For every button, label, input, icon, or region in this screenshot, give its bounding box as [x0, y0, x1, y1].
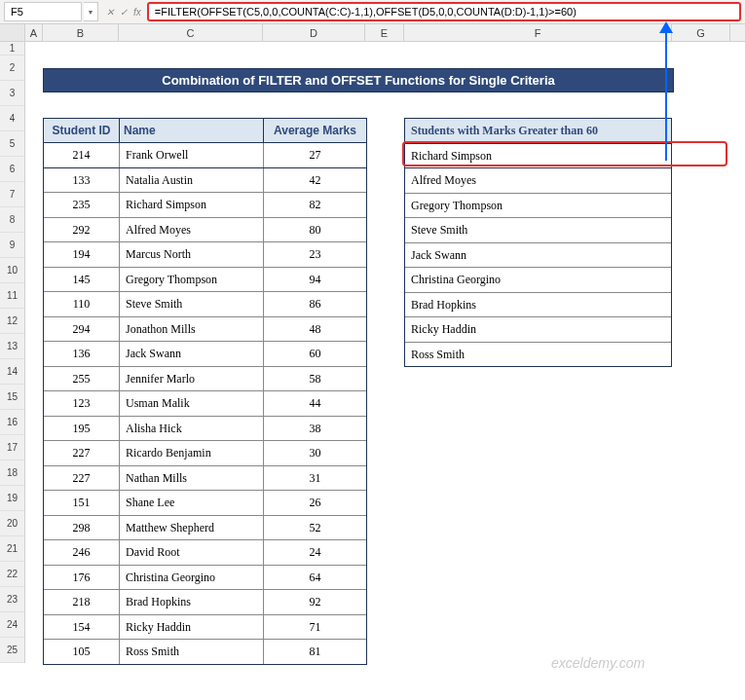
cell-marks[interactable]: 48 — [264, 317, 366, 342]
table-row[interactable]: Richard Simpson — [405, 144, 671, 169]
formula-bar[interactable]: =FILTER(OFFSET(C5,0,0,COUNTA(C:C)-1,1),O… — [147, 2, 741, 21]
cell-name[interactable]: Steve Smith — [120, 292, 264, 316]
cell-id[interactable]: 246 — [44, 540, 120, 565]
cell-id[interactable]: 133 — [44, 168, 120, 193]
cell-id[interactable]: 136 — [44, 342, 120, 366]
cell-id[interactable]: 176 — [44, 566, 120, 590]
cell-marks[interactable]: 42 — [264, 168, 366, 193]
cell-name[interactable]: David Root — [120, 540, 264, 565]
table-row[interactable]: 154Ricky Haddin71 — [44, 615, 366, 641]
row-header[interactable]: 23 — [0, 587, 24, 612]
col-header-c[interactable]: C — [119, 24, 263, 41]
row-header[interactable]: 18 — [0, 461, 24, 486]
table-row[interactable]: 292Alfred Moyes80 — [44, 218, 366, 243]
col-header-e[interactable]: E — [365, 24, 404, 41]
table-row[interactable]: 145Gregory Thompson94 — [44, 268, 366, 293]
cell-id[interactable]: 255 — [44, 367, 120, 391]
cell-id[interactable]: 227 — [44, 466, 120, 491]
table-row[interactable]: Alfred Moyes — [405, 168, 671, 194]
cell-id[interactable]: 154 — [44, 615, 120, 640]
cell-marks[interactable]: 81 — [264, 640, 366, 664]
row-header[interactable]: 6 — [0, 157, 24, 182]
cell-result[interactable]: Ross Smith — [405, 343, 671, 367]
cell-id[interactable]: 292 — [44, 218, 120, 242]
cell-marks[interactable]: 30 — [264, 441, 366, 465]
row-header[interactable]: 14 — [0, 359, 24, 385]
cell-id[interactable]: 123 — [44, 391, 120, 416]
cell-result[interactable]: Ricky Haddin — [405, 317, 671, 342]
cell-result[interactable]: Steve Smith — [405, 218, 671, 242]
table-row[interactable]: 151Shane Lee26 — [44, 491, 366, 516]
cell-result[interactable]: Jack Swann — [405, 243, 671, 268]
cell-marks[interactable]: 27 — [264, 143, 366, 167]
row-header[interactable]: 20 — [0, 511, 24, 536]
cell-name[interactable]: Jennifer Marlo — [120, 367, 264, 391]
table-row[interactable]: 246David Root24 — [44, 540, 366, 566]
table-row[interactable]: Gregory Thompson — [405, 194, 671, 219]
table-row[interactable]: 195Alisha Hick38 — [44, 417, 366, 442]
table-row[interactable]: 227Nathan Mills31 — [44, 466, 366, 492]
cell-id[interactable]: 298 — [44, 516, 120, 540]
row-header[interactable]: 19 — [0, 486, 24, 511]
table-row[interactable]: 227Ricardo Benjamin30 — [44, 441, 366, 466]
cell-id[interactable]: 105 — [44, 640, 120, 664]
table-row[interactable]: Brad Hopkins — [405, 293, 671, 318]
cell-id[interactable]: 195 — [44, 417, 120, 441]
table-row[interactable]: 194Marcus North23 — [44, 242, 366, 268]
cell-marks[interactable]: 44 — [264, 391, 366, 416]
confirm-icon[interactable]: ✓ — [120, 7, 128, 18]
row-header[interactable]: 5 — [0, 131, 24, 157]
cell-marks[interactable]: 80 — [264, 218, 366, 242]
row-header[interactable]: 7 — [0, 182, 24, 207]
name-box[interactable]: F5 — [4, 2, 82, 21]
table-row[interactable]: 294Jonathon Mills48 — [44, 317, 366, 343]
row-header[interactable]: 22 — [0, 562, 24, 587]
cell-marks[interactable]: 26 — [264, 491, 366, 515]
cell-id[interactable]: 151 — [44, 491, 120, 515]
cell-marks[interactable]: 86 — [264, 292, 366, 316]
row-header[interactable]: 17 — [0, 435, 24, 461]
table-row[interactable]: 123Usman Malik44 — [44, 391, 366, 417]
row-header[interactable]: 11 — [0, 283, 24, 309]
table-row[interactable]: Ross Smith — [405, 343, 671, 367]
cell-name[interactable]: Frank Orwell — [120, 143, 264, 167]
cell-name[interactable]: Nathan Mills — [120, 466, 264, 491]
table-row[interactable]: 214Frank Orwell27 — [44, 143, 366, 168]
cell-marks[interactable]: 92 — [264, 590, 366, 614]
table-row[interactable]: 298Matthew Shepherd52 — [44, 516, 366, 541]
cell-id[interactable]: 218 — [44, 590, 120, 614]
cell-marks[interactable]: 64 — [264, 566, 366, 590]
fx-icon[interactable]: fx — [133, 7, 141, 18]
cell-result[interactable]: Gregory Thompson — [405, 194, 671, 218]
table-row[interactable]: 176Christina Georgino64 — [44, 566, 366, 591]
table-row[interactable]: 255Jennifer Marlo58 — [44, 367, 366, 392]
cell-name[interactable]: Usman Malik — [120, 391, 264, 416]
col-header-f[interactable]: F — [404, 24, 672, 41]
cell-name[interactable]: Gregory Thompson — [120, 268, 264, 292]
name-box-dropdown[interactable]: ▼ — [84, 2, 98, 21]
row-header[interactable]: 1 — [0, 42, 24, 55]
cell-result[interactable]: Christina Georgino — [405, 268, 671, 292]
cell-result[interactable]: Alfred Moyes — [405, 168, 671, 193]
table-row[interactable]: 110Steve Smith86 — [44, 292, 366, 317]
row-header[interactable]: 3 — [0, 81, 24, 106]
cell-result[interactable]: Brad Hopkins — [405, 293, 671, 317]
cell-id[interactable]: 110 — [44, 292, 120, 316]
table-row[interactable]: 218Brad Hopkins92 — [44, 590, 366, 615]
row-header[interactable]: 8 — [0, 207, 24, 233]
cell-marks[interactable]: 58 — [264, 367, 366, 391]
table-row[interactable]: Christina Georgino — [405, 268, 671, 293]
cell-name[interactable]: Matthew Shepherd — [120, 516, 264, 540]
cancel-icon[interactable]: ✕ — [106, 7, 114, 18]
table-row[interactable]: 235Richard Simpson82 — [44, 193, 366, 218]
cell-marks[interactable]: 52 — [264, 516, 366, 540]
cell-name[interactable]: Ricardo Benjamin — [120, 441, 264, 465]
row-header[interactable]: 12 — [0, 309, 24, 334]
cell-id[interactable]: 227 — [44, 441, 120, 465]
table-row[interactable]: 133Natalia Austin42 — [44, 168, 366, 194]
cell-marks[interactable]: 94 — [264, 268, 366, 292]
row-header[interactable]: 4 — [0, 106, 24, 131]
cell-result[interactable]: Richard Simpson — [405, 144, 671, 168]
row-header[interactable]: 13 — [0, 334, 24, 359]
row-header[interactable]: 2 — [0, 55, 24, 81]
